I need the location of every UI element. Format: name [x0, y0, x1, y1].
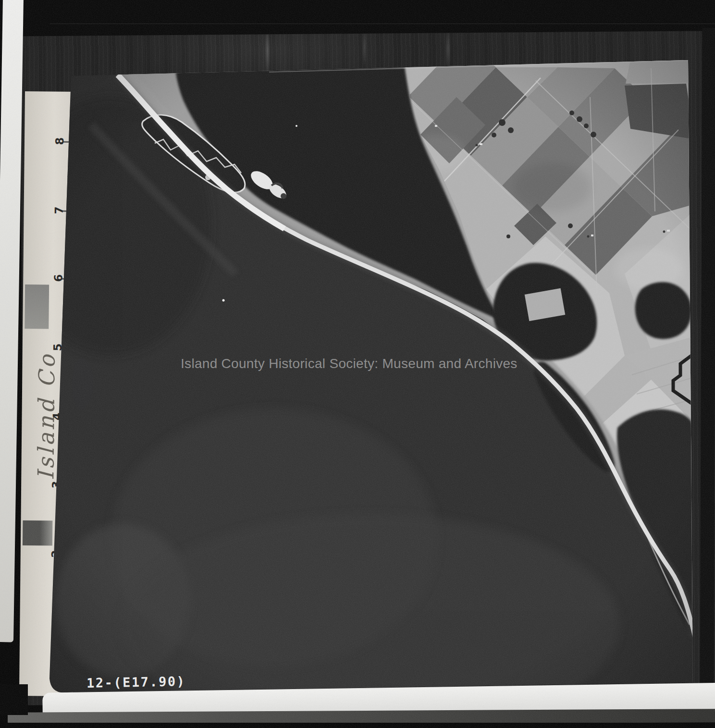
- watermark-text: Island County Historical Society: Museum…: [181, 356, 518, 371]
- photo-vignette: [46, 54, 697, 698]
- bottom-left-black-corner: [0, 684, 28, 715]
- scanned-aerial-photo-page: { "photo": { "id_label": "12-(E17.90)", …: [0, 0, 715, 728]
- bottom-black-border: [0, 723, 715, 728]
- photo-id-label: 12-(E17.90): [86, 674, 186, 691]
